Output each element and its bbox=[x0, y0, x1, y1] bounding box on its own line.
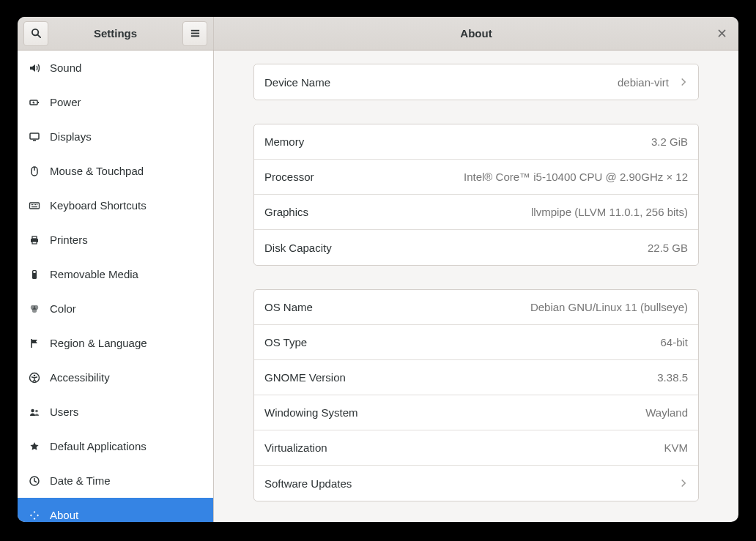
sidebar-item-about[interactable]: About bbox=[18, 498, 213, 522]
close-icon bbox=[717, 29, 727, 38]
sidebar-item-label: Sound bbox=[50, 61, 81, 74]
software-updates-row[interactable]: Software Updates bbox=[254, 466, 698, 501]
sidebar-item-label: Users bbox=[50, 406, 78, 418]
chevron-right-icon bbox=[679, 479, 688, 488]
row-value: Debian GNU/Linux 11 (bullseye) bbox=[530, 301, 688, 313]
svg-point-31 bbox=[31, 408, 34, 411]
svg-rect-19 bbox=[32, 206, 37, 207]
flag-icon bbox=[28, 337, 41, 350]
chevron-right-icon bbox=[679, 78, 688, 86]
sidebar-item-label: Color bbox=[50, 302, 76, 315]
sidebar-item-label: Displays bbox=[50, 130, 92, 143]
about-content: Device Name debian-virt Memory3.2 GiBPro… bbox=[214, 51, 738, 522]
accessibility-icon bbox=[28, 371, 41, 384]
mouse-icon bbox=[28, 165, 41, 178]
os-row-4: VirtualizationKVM bbox=[254, 430, 698, 466]
sidebar-item-mouse[interactable]: Mouse & Touchpad bbox=[18, 154, 213, 188]
row-label: Memory bbox=[264, 135, 304, 148]
svg-rect-18 bbox=[37, 204, 37, 205]
row-label: OS Name bbox=[264, 301, 313, 313]
header-left: Settings bbox=[18, 17, 214, 50]
hardware-row-1: ProcessorIntel® Core™ i5-10400 CPU @ 2.9… bbox=[254, 160, 698, 195]
sidebar-item-displays[interactable]: Displays bbox=[18, 119, 213, 154]
svg-point-30 bbox=[34, 374, 36, 376]
row-label: Processor bbox=[264, 171, 314, 183]
close-button[interactable] bbox=[709, 21, 734, 46]
sidebar-item-removable[interactable]: Removable Media bbox=[18, 257, 213, 291]
sidebar-item-keyboard[interactable]: Keyboard Shortcuts bbox=[18, 188, 213, 223]
header-right: About bbox=[214, 17, 738, 50]
svg-rect-15 bbox=[32, 204, 33, 205]
removable-icon bbox=[28, 268, 41, 281]
software-updates-label: Software Updates bbox=[264, 477, 352, 490]
sidebar-item-accessibility[interactable]: Accessibility bbox=[18, 360, 213, 395]
sidebar-item-label: Printers bbox=[50, 234, 88, 246]
row-label: Windowing System bbox=[264, 406, 358, 419]
sidebar-item-printers[interactable]: Printers bbox=[18, 223, 213, 257]
plus-icon bbox=[28, 509, 41, 522]
menu-button[interactable] bbox=[182, 21, 207, 46]
page-title: About bbox=[214, 27, 738, 40]
hardware-panel: Memory3.2 GiBProcessorIntel® Core™ i5-10… bbox=[253, 124, 699, 266]
sidebar-item-label: Default Applications bbox=[50, 440, 147, 452]
settings-window: Settings About SoundPowerDisplaysMouse &… bbox=[18, 17, 738, 522]
sidebar-item-label: Power bbox=[50, 96, 81, 108]
sidebar-item-datetime[interactable]: Date & Time bbox=[18, 463, 213, 498]
device-name-row[interactable]: Device Name debian-virt bbox=[254, 64, 698, 100]
search-icon bbox=[31, 28, 42, 39]
row-label: Graphics bbox=[264, 206, 308, 218]
svg-rect-4 bbox=[190, 35, 199, 37]
row-value: 3.2 GiB bbox=[651, 135, 688, 148]
row-value: KVM bbox=[664, 441, 688, 454]
sidebar-item-color[interactable]: Color bbox=[18, 291, 213, 326]
battery-icon bbox=[28, 96, 41, 109]
sidebar-item-region[interactable]: Region & Language bbox=[18, 326, 213, 360]
os-row-3: Windowing SystemWayland bbox=[254, 395, 698, 430]
hamburger-icon bbox=[190, 28, 201, 39]
svg-rect-2 bbox=[190, 30, 199, 31]
svg-rect-8 bbox=[38, 102, 40, 103]
color-icon bbox=[28, 302, 41, 316]
hardware-row-2: Graphicsllvmpipe (LLVM 11.0.1, 256 bits) bbox=[254, 195, 698, 230]
os-panel: OS NameDebian GNU/Linux 11 (bullseye)OS … bbox=[253, 289, 699, 501]
device-name-label: Device Name bbox=[264, 76, 330, 89]
keyboard-icon bbox=[28, 199, 41, 212]
sidebar-item-users[interactable]: Users bbox=[18, 395, 213, 429]
row-label: Virtualization bbox=[264, 441, 327, 454]
os-row-0: OS NameDebian GNU/Linux 11 (bullseye) bbox=[254, 290, 698, 325]
display-icon bbox=[28, 130, 41, 143]
sidebar-item-power[interactable]: Power bbox=[18, 85, 213, 119]
hardware-row-3: Disk Capacity22.5 GB bbox=[254, 230, 698, 265]
os-row-1: OS Type64-bit bbox=[254, 325, 698, 360]
svg-rect-9 bbox=[30, 133, 39, 139]
svg-rect-22 bbox=[32, 242, 37, 244]
svg-point-27 bbox=[32, 307, 37, 312]
row-value: Wayland bbox=[645, 406, 688, 419]
svg-point-32 bbox=[35, 409, 38, 412]
clock-icon bbox=[28, 474, 41, 488]
svg-rect-17 bbox=[35, 204, 36, 205]
row-label: Disk Capacity bbox=[264, 242, 332, 254]
svg-rect-3 bbox=[190, 33, 199, 34]
os-row-2: GNOME Version3.38.5 bbox=[254, 360, 698, 395]
svg-rect-24 bbox=[34, 271, 36, 273]
svg-rect-21 bbox=[32, 236, 37, 239]
sidebar-item-default[interactable]: Default Applications bbox=[18, 429, 213, 463]
svg-line-1 bbox=[37, 35, 40, 37]
sidebar-item-label: Date & Time bbox=[50, 474, 111, 487]
search-button[interactable] bbox=[23, 21, 48, 46]
header-bar: Settings About bbox=[18, 17, 738, 51]
printer-icon bbox=[28, 234, 41, 247]
svg-point-0 bbox=[32, 29, 37, 35]
speaker-icon bbox=[28, 61, 41, 75]
users-icon bbox=[28, 406, 41, 419]
row-label: GNOME Version bbox=[264, 371, 346, 384]
sidebar-item-label: Removable Media bbox=[50, 268, 138, 280]
sidebar-item-label: Mouse & Touchpad bbox=[50, 165, 144, 177]
svg-rect-16 bbox=[34, 204, 34, 205]
row-label: OS Type bbox=[264, 336, 307, 348]
sidebar-item-label: Keyboard Shortcuts bbox=[50, 199, 147, 212]
sidebar-item-sound[interactable]: Sound bbox=[18, 51, 213, 85]
svg-rect-10 bbox=[33, 140, 36, 141]
device-panel: Device Name debian-virt bbox=[253, 64, 699, 100]
